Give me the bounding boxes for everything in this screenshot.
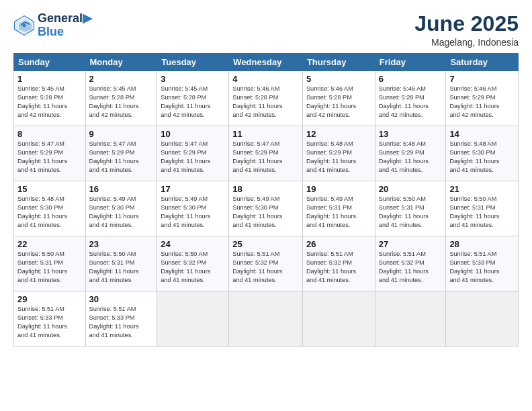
day-info: Sunrise: 5:51 AMSunset: 5:33 PMDaylight:…	[89, 306, 139, 338]
calendar-cell: 3 Sunrise: 5:45 AMSunset: 5:28 PMDayligh…	[157, 71, 229, 126]
day-info: Sunrise: 5:47 AMSunset: 5:29 PMDaylight:…	[232, 140, 282, 173]
day-number: 18	[232, 184, 299, 194]
day-number: 1	[17, 74, 82, 84]
day-info: Sunrise: 5:47 AMSunset: 5:29 PMDaylight:…	[161, 140, 210, 173]
day-number: 20	[379, 184, 443, 194]
calendar-cell	[375, 291, 446, 347]
calendar-cell: 25 Sunrise: 5:51 AMSunset: 5:32 PMDaylig…	[229, 236, 303, 291]
day-info: Sunrise: 5:46 AMSunset: 5:28 PMDaylight:…	[232, 85, 282, 118]
calendar-cell: 1 Sunrise: 5:45 AMSunset: 5:28 PMDayligh…	[14, 71, 86, 126]
calendar-cell: 23 Sunrise: 5:50 AMSunset: 5:31 PMDaylig…	[85, 236, 157, 291]
title-block: June 2025 Magelang, Indonesia	[414, 12, 519, 48]
day-number: 11	[232, 129, 299, 139]
day-number: 3	[161, 74, 225, 84]
day-info: Sunrise: 5:51 AMSunset: 5:33 PMDaylight:…	[449, 250, 499, 283]
day-info: Sunrise: 5:45 AMSunset: 5:28 PMDaylight:…	[89, 85, 139, 118]
calendar-cell: 9 Sunrise: 5:47 AMSunset: 5:29 PMDayligh…	[85, 126, 157, 181]
calendar-day-header: Wednesday	[229, 54, 303, 71]
calendar-cell: 5 Sunrise: 5:46 AMSunset: 5:28 PMDayligh…	[302, 71, 375, 126]
day-number: 5	[306, 74, 371, 84]
day-number: 4	[232, 74, 299, 84]
calendar-cell: 29 Sunrise: 5:51 AMSunset: 5:33 PMDaylig…	[14, 291, 86, 347]
calendar-cell: 27 Sunrise: 5:51 AMSunset: 5:32 PMDaylig…	[375, 236, 446, 291]
day-number: 12	[306, 129, 371, 139]
day-number: 26	[306, 239, 371, 249]
day-info: Sunrise: 5:50 AMSunset: 5:31 PMDaylight:…	[449, 195, 499, 228]
calendar-cell: 2 Sunrise: 5:45 AMSunset: 5:28 PMDayligh…	[85, 71, 157, 126]
day-number: 10	[161, 129, 225, 139]
day-number: 30	[89, 294, 154, 304]
day-info: Sunrise: 5:48 AMSunset: 5:30 PMDaylight:…	[17, 195, 67, 228]
day-info: Sunrise: 5:51 AMSunset: 5:33 PMDaylight:…	[17, 306, 67, 338]
calendar-cell: 17 Sunrise: 5:49 AMSunset: 5:30 PMDaylig…	[157, 181, 229, 236]
calendar-cell: 7 Sunrise: 5:46 AMSunset: 5:29 PMDayligh…	[446, 71, 519, 126]
day-number: 29	[17, 294, 82, 304]
day-number: 17	[161, 184, 225, 194]
day-number: 27	[379, 239, 443, 249]
day-info: Sunrise: 5:49 AMSunset: 5:30 PMDaylight:…	[161, 195, 210, 228]
day-number: 13	[379, 129, 443, 139]
day-number: 15	[17, 184, 82, 194]
calendar-cell: 6 Sunrise: 5:46 AMSunset: 5:28 PMDayligh…	[375, 71, 446, 126]
day-info: Sunrise: 5:47 AMSunset: 5:29 PMDaylight:…	[89, 140, 139, 173]
day-info: Sunrise: 5:48 AMSunset: 5:29 PMDaylight:…	[379, 140, 429, 173]
day-info: Sunrise: 5:51 AMSunset: 5:32 PMDaylight:…	[379, 250, 429, 283]
calendar-cell: 13 Sunrise: 5:48 AMSunset: 5:29 PMDaylig…	[375, 126, 446, 181]
calendar-cell: 18 Sunrise: 5:49 AMSunset: 5:30 PMDaylig…	[229, 181, 303, 236]
day-number: 25	[232, 239, 299, 249]
day-number: 22	[17, 239, 82, 249]
calendar-cell: 20 Sunrise: 5:50 AMSunset: 5:31 PMDaylig…	[375, 181, 446, 236]
calendar-day-header: Monday	[85, 54, 157, 71]
calendar-table: SundayMondayTuesdayWednesdayThursdayFrid…	[13, 53, 519, 347]
day-number: 23	[89, 239, 154, 249]
calendar-cell	[157, 291, 229, 347]
day-number: 21	[449, 184, 515, 194]
day-info: Sunrise: 5:51 AMSunset: 5:32 PMDaylight:…	[306, 250, 356, 283]
calendar-cell	[229, 291, 303, 347]
day-info: Sunrise: 5:51 AMSunset: 5:32 PMDaylight:…	[232, 250, 282, 283]
calendar-cell: 21 Sunrise: 5:50 AMSunset: 5:31 PMDaylig…	[446, 181, 519, 236]
calendar-header-row: SundayMondayTuesdayWednesdayThursdayFrid…	[14, 54, 519, 71]
calendar-cell: 12 Sunrise: 5:48 AMSunset: 5:29 PMDaylig…	[302, 126, 375, 181]
calendar-cell: 14 Sunrise: 5:48 AMSunset: 5:30 PMDaylig…	[446, 126, 519, 181]
logo: General▶ Blue	[13, 12, 92, 39]
day-number: 28	[449, 239, 515, 249]
day-info: Sunrise: 5:48 AMSunset: 5:30 PMDaylight:…	[449, 140, 499, 173]
day-number: 6	[379, 74, 443, 84]
calendar-week-row: 29 Sunrise: 5:51 AMSunset: 5:33 PMDaylig…	[14, 291, 519, 347]
calendar-cell: 22 Sunrise: 5:50 AMSunset: 5:31 PMDaylig…	[14, 236, 86, 291]
main-title: June 2025	[414, 12, 519, 36]
calendar-day-header: Tuesday	[157, 54, 229, 71]
logo-icon	[13, 15, 35, 36]
calendar-day-header: Sunday	[14, 54, 86, 71]
calendar-cell: 26 Sunrise: 5:51 AMSunset: 5:32 PMDaylig…	[302, 236, 375, 291]
day-info: Sunrise: 5:45 AMSunset: 5:28 PMDaylight:…	[17, 85, 67, 118]
calendar-cell: 16 Sunrise: 5:49 AMSunset: 5:30 PMDaylig…	[85, 181, 157, 236]
day-info: Sunrise: 5:50 AMSunset: 5:32 PMDaylight:…	[161, 250, 210, 283]
calendar-cell: 24 Sunrise: 5:50 AMSunset: 5:32 PMDaylig…	[157, 236, 229, 291]
header: General▶ Blue June 2025 Magelang, Indone…	[13, 12, 519, 48]
calendar-cell: 11 Sunrise: 5:47 AMSunset: 5:29 PMDaylig…	[229, 126, 303, 181]
calendar-cell: 15 Sunrise: 5:48 AMSunset: 5:30 PMDaylig…	[14, 181, 86, 236]
day-number: 16	[89, 184, 154, 194]
day-info: Sunrise: 5:50 AMSunset: 5:31 PMDaylight:…	[89, 250, 139, 283]
day-info: Sunrise: 5:45 AMSunset: 5:28 PMDaylight:…	[161, 85, 210, 118]
day-number: 14	[449, 129, 515, 139]
calendar-cell	[302, 291, 375, 347]
calendar-cell: 19 Sunrise: 5:49 AMSunset: 5:31 PMDaylig…	[302, 181, 375, 236]
calendar-day-header: Thursday	[302, 54, 375, 71]
day-info: Sunrise: 5:50 AMSunset: 5:31 PMDaylight:…	[379, 195, 429, 228]
day-info: Sunrise: 5:46 AMSunset: 5:28 PMDaylight:…	[379, 85, 429, 118]
svg-point-3	[23, 24, 26, 27]
day-info: Sunrise: 5:47 AMSunset: 5:29 PMDaylight:…	[17, 140, 67, 173]
day-number: 9	[89, 129, 154, 139]
calendar-cell: 28 Sunrise: 5:51 AMSunset: 5:33 PMDaylig…	[446, 236, 519, 291]
calendar-day-header: Friday	[375, 54, 446, 71]
calendar-week-row: 8 Sunrise: 5:47 AMSunset: 5:29 PMDayligh…	[14, 126, 519, 181]
day-number: 24	[161, 239, 225, 249]
day-info: Sunrise: 5:49 AMSunset: 5:30 PMDaylight:…	[89, 195, 139, 228]
day-info: Sunrise: 5:48 AMSunset: 5:29 PMDaylight:…	[306, 140, 356, 173]
day-number: 2	[89, 74, 154, 84]
calendar-cell: 30 Sunrise: 5:51 AMSunset: 5:33 PMDaylig…	[85, 291, 157, 347]
calendar-week-row: 15 Sunrise: 5:48 AMSunset: 5:30 PMDaylig…	[14, 181, 519, 236]
